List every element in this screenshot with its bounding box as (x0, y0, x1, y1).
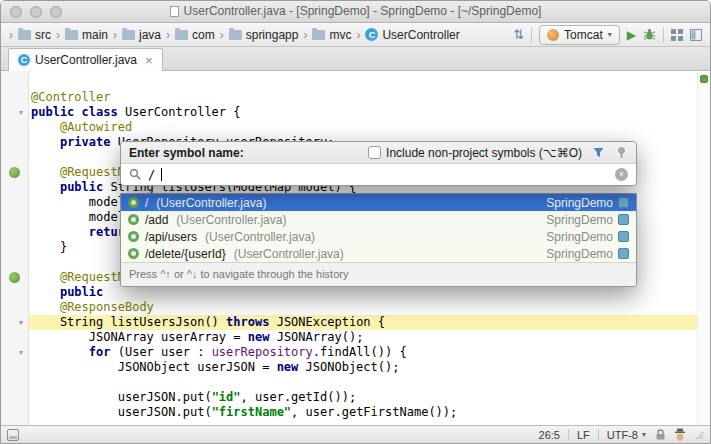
module-icon (618, 197, 629, 208)
popup-title: Enter symbol name: (129, 146, 244, 160)
fold-marker-icon[interactable]: ▾ (16, 345, 26, 360)
code-line-15[interactable]: @ResponseBody (29, 300, 697, 315)
checkbox-box[interactable] (368, 146, 381, 159)
resize-grip[interactable] (694, 430, 704, 440)
scrollbar[interactable] (697, 71, 710, 425)
module-name: SpringDemo (546, 230, 613, 244)
file-encoding-indicator[interactable]: UTF-8 (607, 429, 638, 441)
inspection-indicator[interactable] (700, 75, 708, 83)
chevron-right-icon: › (356, 28, 360, 42)
breadcrumb-label: springapp (246, 28, 299, 42)
symbol-context: (UserController.java) (234, 247, 344, 261)
inspections-profile-icon[interactable] (674, 428, 686, 441)
tab-usercontroller-java[interactable]: C UserController.java × (8, 48, 163, 71)
run-configuration-select[interactable]: Tomcat ▾ (539, 25, 620, 45)
chevron-right-icon: › (56, 28, 60, 42)
debug-bug-icon[interactable] (643, 28, 656, 41)
include-non-project-checkbox[interactable]: Include non-project symbols (⌥⌘O) (368, 146, 582, 160)
code-line-3[interactable]: @Autowired (29, 120, 697, 135)
module-icon (618, 214, 629, 225)
sort-icon[interactable]: ⇅ (513, 27, 524, 42)
breadcrumb-item-src[interactable]: src (16, 27, 53, 43)
symbol-result-root[interactable]: /(UserController.java)SpringDemo (121, 194, 636, 211)
close-window-button[interactable] (10, 6, 22, 18)
close-tab-icon[interactable]: × (145, 53, 153, 68)
code-line-18[interactable]: for (User user : userRepository.findAll(… (29, 345, 697, 360)
symbol-result-add[interactable]: /add(UserController.java)SpringDemo (121, 211, 636, 228)
fold-marker-icon[interactable]: ▾ (16, 105, 26, 120)
window-title: UserController.java - [SpringDemo] - Spr… (184, 1, 542, 22)
search-icon (129, 168, 142, 181)
layout-icon[interactable] (690, 29, 702, 41)
module-name: SpringDemo (546, 196, 613, 210)
run-button[interactable]: ▶ (627, 28, 636, 42)
code-line-19[interactable]: JSONObject userJSON = new JSONObject(); (29, 360, 697, 375)
folder-icon (122, 30, 135, 40)
status-separator (568, 429, 569, 440)
status-separator (598, 429, 599, 440)
zoom-window-button[interactable] (50, 6, 62, 18)
history-hint: Press ^↑ or ^↓ to navigate through the h… (121, 262, 636, 286)
breadcrumb: ›src›main›java›com›springapp›mvc›CUserCo… (6, 27, 462, 43)
run-configuration-label: Tomcat (564, 28, 603, 42)
folder-icon (18, 30, 31, 40)
line-separator-indicator[interactable]: LF (577, 429, 590, 441)
window-controls (10, 6, 62, 18)
breadcrumb-item-springapp[interactable]: springapp (227, 27, 301, 43)
breadcrumb-item-mvc[interactable]: mvc (310, 27, 353, 43)
chevron-right-icon: › (303, 28, 307, 42)
title-bar[interactable]: UserController.java - [SpringDemo] - Spr… (1, 1, 710, 23)
request-mapping-icon (128, 197, 139, 208)
module-name: SpringDemo (546, 213, 613, 227)
code-line-20[interactable] (29, 375, 697, 390)
class-icon: C (365, 28, 378, 41)
chevron-right-icon: › (9, 28, 13, 42)
clear-search-icon[interactable]: × (615, 168, 628, 181)
code-line-21[interactable]: userJSON.put("id", user.getId()); (29, 390, 697, 405)
breadcrumb-label: src (35, 28, 51, 42)
module-name: SpringDemo (546, 247, 613, 261)
code-line-22[interactable]: userJSON.put("firstName", user.getFirstN… (29, 405, 697, 420)
symbol-search-field[interactable]: / × (121, 164, 636, 185)
code-line-16[interactable]: String listUsersJson() throws JSONExcept… (29, 315, 697, 330)
code-line-17[interactable]: JSONArray userArray = new JSONArray(); (29, 330, 697, 345)
module-badge: SpringDemo (546, 213, 629, 227)
ide-window: UserController.java - [SpringDemo] - Spr… (0, 0, 711, 444)
toolbar-separator (531, 27, 532, 43)
breadcrumb-label: UserController (382, 28, 459, 42)
request-mapping-icon[interactable] (9, 272, 20, 283)
class-icon: C (18, 54, 30, 66)
text-caret (161, 168, 162, 181)
breadcrumb-item-com[interactable]: com (173, 27, 217, 43)
symbol-result-api-users[interactable]: /api/users(UserController.java)SpringDem… (121, 228, 636, 245)
chevron-down-icon: ▾ (642, 430, 646, 439)
status-bar: 26:5 LF UTF-8 ▾ (1, 425, 710, 443)
symbol-name: /add (145, 213, 168, 227)
breadcrumb-item-java[interactable]: java (120, 27, 163, 43)
request-mapping-icon[interactable] (9, 167, 20, 178)
code-line-1[interactable]: @Controller (29, 90, 697, 105)
filter-icon[interactable] (592, 146, 605, 159)
folder-icon (65, 30, 78, 40)
fold-marker-icon[interactable]: ▾ (16, 315, 26, 330)
breadcrumb-item-main[interactable]: main (63, 27, 110, 43)
pin-icon[interactable] (615, 146, 628, 159)
readonly-lock-icon[interactable] (654, 428, 666, 441)
folder-icon (229, 30, 242, 40)
breadcrumb-label: main (82, 28, 108, 42)
symbol-result-delete-userid[interactable]: /delete/{userId}(UserController.java)Spr… (121, 245, 636, 262)
goto-symbol-popup: Enter symbol name: Include non-project s… (120, 141, 637, 186)
grid-icon[interactable] (671, 29, 683, 41)
code-line-14[interactable]: public (29, 285, 697, 300)
folder-icon (312, 30, 325, 40)
tomcat-icon (547, 29, 559, 41)
module-icon (618, 248, 629, 259)
breadcrumb-label: mvc (329, 28, 351, 42)
caret-position[interactable]: 26:5 (539, 429, 560, 441)
toolwindow-toggle-icon[interactable] (7, 429, 19, 441)
breadcrumb-item-usercontroller[interactable]: CUserController (363, 27, 461, 43)
symbol-context: (UserController.java) (176, 213, 286, 227)
code-line-2[interactable]: public class UserController { (29, 105, 697, 120)
breadcrumb-label: java (139, 28, 161, 42)
minimize-window-button[interactable] (30, 6, 42, 18)
